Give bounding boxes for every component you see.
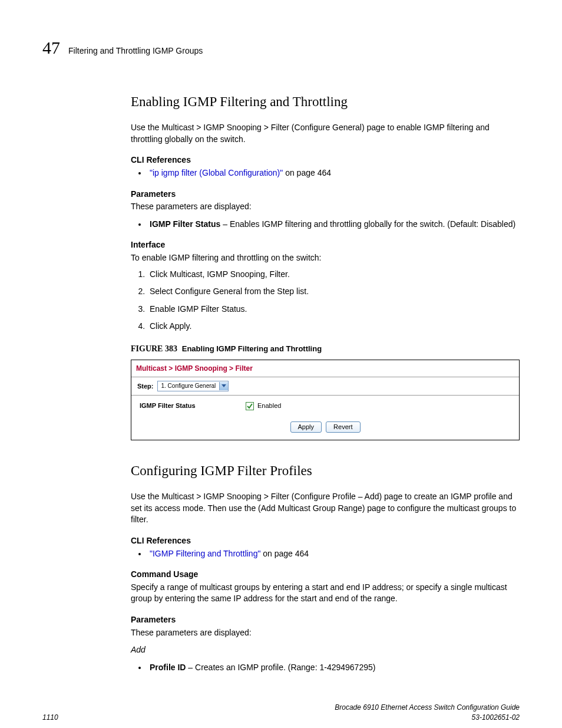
- doc-title: Brocade 6910 Ethernet Access Switch Conf…: [335, 703, 520, 711]
- interface-intro: To enable IGMP filtering and throttling …: [131, 252, 520, 264]
- revert-button[interactable]: Revert: [326, 421, 360, 433]
- figure-caption: FIGURE 383 Enabling IGMP Filtering and T…: [131, 343, 520, 355]
- cli-ref-item: "ip igmp filter (Global Configuration)" …: [147, 167, 520, 179]
- add-subhead: Add: [131, 644, 520, 656]
- step-item: Click Multicast, IGMP Snooping, Filter.: [147, 269, 520, 281]
- chapter-number: 47: [42, 35, 60, 60]
- interface-label: Interface: [131, 239, 520, 251]
- filter-status-label: IGMP Filter Status: [137, 401, 246, 410]
- interface-steps: Click Multicast, IGMP Snooping, Filter. …: [131, 269, 520, 332]
- chevron-down-icon: [219, 382, 228, 390]
- step-select[interactable]: 1. Configure General: [157, 381, 229, 391]
- param-item: IGMP Filter Status – Enables IGMP filter…: [147, 219, 520, 230]
- cli-ref-link-2[interactable]: "IGMP Filtering and Throttling": [150, 549, 260, 558]
- apply-button[interactable]: Apply: [290, 421, 322, 433]
- ui-screenshot: Multicast > IGMP Snooping > Filter Step:…: [131, 360, 520, 441]
- command-usage-label: Command Usage: [131, 569, 520, 581]
- page-header: 47 Filtering and Throttling IGMP Groups: [42, 35, 520, 60]
- step-item: Enable IGMP Filter Status.: [147, 304, 520, 315]
- header-title: Filtering and Throttling IGMP Groups: [68, 45, 203, 57]
- parameters-intro: These parameters are displayed:: [131, 201, 520, 213]
- page-number: 1110: [42, 713, 58, 723]
- parameters-label: Parameters: [131, 189, 520, 200]
- cli-references-label-2: CLI References: [131, 535, 520, 547]
- ui-filter-status-row: IGMP Filter Status Enabled: [137, 401, 513, 410]
- page-footer: 1110 Brocade 6910 Ethernet Access Switch…: [42, 703, 520, 723]
- parameters-intro-2: These parameters are displayed:: [131, 627, 520, 639]
- doc-number: 53-1002651-02: [472, 713, 520, 722]
- param-name: IGMP Filter Status: [150, 219, 220, 229]
- section-heading-enabling: Enabling IGMP Filtering and Throttling: [131, 93, 520, 111]
- param-item: Profile ID – Creates an IGMP profile. (R…: [147, 662, 520, 674]
- param-desc-2: – Creates an IGMP profile. (Range: 1-429…: [186, 663, 375, 672]
- cli-ref-suffix-2: on page 464: [260, 549, 309, 558]
- cli-ref-item: "IGMP Filtering and Throttling" on page …: [147, 548, 520, 560]
- parameters-label-2: Parameters: [131, 614, 520, 626]
- step-item: Click Apply.: [147, 321, 520, 332]
- param-name-2: Profile ID: [150, 663, 186, 672]
- cli-ref-link[interactable]: "ip igmp filter (Global Configuration)": [150, 168, 283, 177]
- ui-breadcrumb: Multicast > IGMP Snooping > Filter: [131, 360, 519, 378]
- step-select-value: 1. Configure General: [158, 382, 220, 390]
- section2-intro: Use the Multicast > IGMP Snooping > Filt…: [131, 491, 520, 526]
- step-label: Step:: [137, 382, 154, 391]
- step-item: Select Configure General from the Step l…: [147, 286, 520, 298]
- section-heading-configuring: Configuring IGMP Filter Profiles: [131, 462, 520, 480]
- command-usage-text: Specify a range of multicast groups by e…: [131, 582, 520, 605]
- param-desc: – Enables IGMP filtering and throttling …: [220, 219, 515, 229]
- enabled-checkbox[interactable]: [246, 402, 254, 410]
- ui-step-row: Step: 1. Configure General: [131, 377, 519, 396]
- section1-intro: Use the Multicast > IGMP Snooping > Filt…: [131, 122, 520, 145]
- figure-title: Enabling IGMP Filtering and Throttling: [182, 344, 322, 353]
- cli-ref-suffix: on page 464: [283, 168, 331, 177]
- figure-label: FIGURE 383: [131, 344, 177, 353]
- checkbox-label: Enabled: [257, 401, 281, 410]
- cli-references-label: CLI References: [131, 154, 520, 166]
